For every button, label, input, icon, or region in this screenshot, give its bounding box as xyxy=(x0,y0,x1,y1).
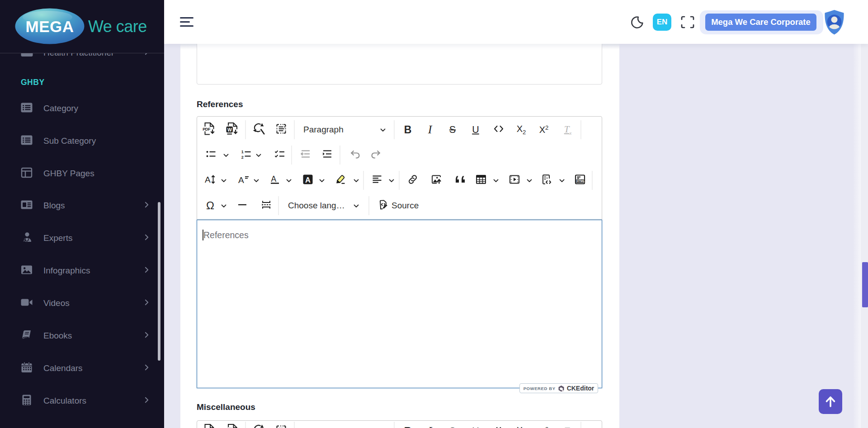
svg-text:W: W xyxy=(227,127,232,132)
svg-text:2: 2 xyxy=(241,155,244,160)
svg-text:A: A xyxy=(305,176,311,184)
svg-text:A: A xyxy=(271,174,277,183)
svg-text:1: 1 xyxy=(241,150,244,154)
svg-text:MEGA: MEGA xyxy=(26,18,74,35)
svg-text:PDF: PDF xyxy=(203,127,211,132)
svg-text:We care: We care xyxy=(88,17,147,36)
svg-text:A: A xyxy=(205,175,211,184)
svg-text:A: A xyxy=(238,175,244,185)
svg-text:HTML: HTML xyxy=(577,179,585,183)
